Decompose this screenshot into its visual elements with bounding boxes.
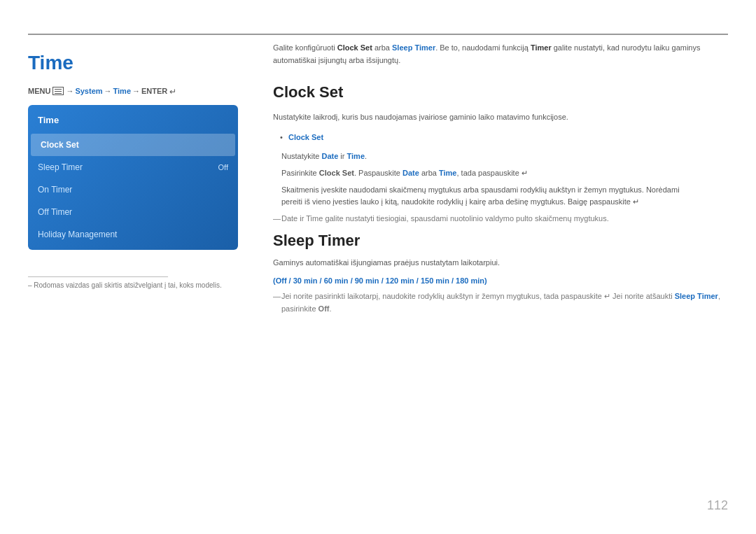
nav-item-clockset-label: Clock Set	[41, 140, 79, 150]
section1-desc: Nustatykite laikrodį, kuris bus naudojam…	[273, 111, 728, 124]
right-panel: Galite konfigūruoti Clock Set arba Sleep…	[273, 42, 728, 318]
nav-item-clockset[interactable]: Clock Set	[31, 134, 235, 156]
nav-item-offtimer[interactable]: Off Timer	[28, 201, 238, 223]
footnote-divider	[28, 276, 168, 277]
enter-label: ENTER	[141, 87, 167, 95]
navigation-menu: Time Clock Set Sleep Timer Off On Timer …	[28, 105, 238, 250]
time-label-2: Time	[439, 169, 456, 177]
nav-item-holiday-label: Holiday Management	[38, 230, 117, 239]
system-label: System	[75, 87, 102, 95]
sub-text-1: Nustatykite Date ir Time.	[281, 150, 728, 163]
time-label-1: Time	[347, 152, 365, 160]
nav-item-offtimer-label: Off Timer	[38, 207, 72, 217]
date-label-2: Date	[402, 169, 419, 177]
intro-sleeptimer: Sleep Timer	[392, 43, 435, 52]
nav-menu-title: Time	[28, 109, 238, 131]
intro-clockset: Clock Set	[337, 43, 372, 52]
nav-item-sleeptimer-value: Off	[218, 163, 228, 171]
date-label-1: Date	[321, 152, 338, 160]
time-label: Time	[113, 87, 131, 95]
intro-text: Galite konfigūruoti Clock Set arba Sleep…	[273, 42, 728, 66]
sleep-timer-label: Sleep Timer	[675, 292, 718, 300]
enter-icon	[169, 87, 179, 95]
intro-timer: Timer	[531, 43, 552, 52]
menu-nav: MENU → System → Time → ENTER	[28, 87, 238, 95]
section2-title: Sleep Timer	[273, 232, 728, 250]
clockset-label-2: Clock Set	[319, 169, 354, 177]
top-divider	[28, 34, 728, 35]
section2-desc: Gaminys automatiškai išjungiamas praėjus…	[273, 257, 728, 269]
page-number: 112	[707, 498, 728, 513]
date-label-dash: Date	[281, 214, 298, 223]
off-label: Off	[318, 304, 330, 313]
nav-item-ontimer-label: On Timer	[38, 185, 72, 195]
section1-title: Clock Set	[273, 83, 728, 101]
sleep-note: Jei norite pasirinkti laikotarpį, naudok…	[273, 290, 728, 315]
menu-label: MENU	[28, 87, 50, 95]
nav-item-sleeptimer[interactable]: Sleep Timer Off	[28, 156, 238, 178]
page-title: Time	[28, 52, 238, 74]
bullet-item-clockset: Clock Set	[280, 131, 728, 144]
bullet-clockset-label: Clock Set	[288, 133, 323, 141]
nav-item-holiday[interactable]: Holiday Management	[28, 223, 238, 246]
footnote-text: – Rodomas vaizdas gali skirtis atsižvelg…	[28, 281, 222, 289]
bullet-list: Clock Set	[280, 131, 728, 144]
sleep-options: (Off / 30 min / 60 min / 90 min / 120 mi…	[273, 276, 728, 285]
dash-text-1: Date ir Time galite nustatyti tiesiogiai…	[273, 213, 728, 225]
sub-text-2: Pasirinkite Clock Set. Paspauskite Date …	[281, 167, 728, 180]
menu-icon	[52, 87, 64, 95]
nav-item-ontimer[interactable]: On Timer	[28, 178, 238, 201]
left-panel: Time MENU → System → Time → ENTER Time C…	[28, 42, 238, 250]
sub-text-3: Skaitmenis įveskite naudodami skaičmenų …	[281, 184, 728, 209]
time-label-dash: Time	[306, 214, 323, 223]
nav-item-sleeptimer-label: Sleep Timer	[38, 162, 83, 172]
